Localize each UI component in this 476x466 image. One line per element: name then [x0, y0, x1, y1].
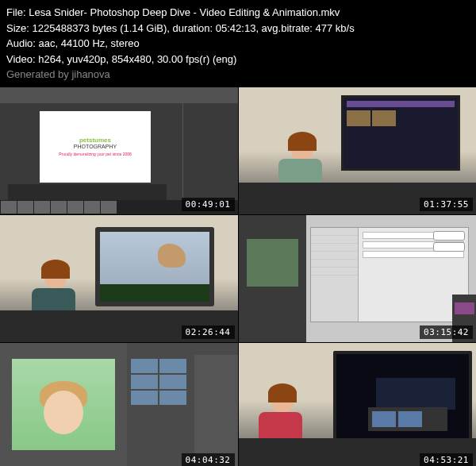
- strip-frame: [398, 411, 422, 427]
- timestamp-badge: 03:15:42: [420, 325, 473, 339]
- video-value: h264, yuv420p, 854x480, 30.00 fps(r) (en…: [38, 53, 236, 65]
- style-option: [311, 244, 358, 252]
- frame-thumb: [101, 201, 117, 214]
- presentation-screen: [341, 95, 460, 171]
- strip-frame: [372, 411, 396, 427]
- thumbnail-grid: petstumes PHOTOGRAPHY Proudly demoralizi…: [0, 87, 476, 467]
- size-value: 1225488373 bytes (1.14 GiB), duration: 0…: [33, 22, 355, 34]
- frame-thumb: [34, 201, 50, 214]
- thumbnail-1: petstumes PHOTOGRAPHY Proudly demoralizi…: [0, 87, 238, 214]
- bird-subject: [158, 244, 186, 268]
- frame-thumb: [17, 201, 33, 214]
- thumbnail-6: 04:53:21: [239, 343, 477, 467]
- thumbnail-content: [239, 215, 477, 342]
- frame-thumb: [67, 201, 83, 214]
- film-strip: [368, 407, 447, 431]
- timestamp-badge: 04:04:32: [182, 453, 235, 467]
- asset-thumb: [159, 375, 186, 389]
- style-option: [311, 268, 358, 275]
- editor-timeline: [100, 284, 209, 302]
- presenter-body: [259, 412, 302, 440]
- timestamp-badge: 00:49:01: [182, 198, 235, 211]
- thumbnail-content: petstumes PHOTOGRAPHY Proudly demoralizi…: [0, 87, 238, 214]
- size-label: Size:: [6, 22, 29, 34]
- style-option: [311, 236, 358, 244]
- presenter-hair: [268, 383, 297, 402]
- monitor: [95, 227, 214, 306]
- thumbnail-content: [0, 343, 238, 467]
- subject-face: [44, 391, 83, 434]
- style-option: [311, 252, 358, 260]
- asset-thumb: [159, 359, 186, 373]
- timestamp-badge: 02:26:44: [182, 325, 235, 339]
- preview-thumb: [372, 110, 396, 126]
- video-label: Video:: [6, 53, 36, 65]
- ok-button: [433, 231, 465, 241]
- asset-thumb: [131, 375, 158, 389]
- asset-thumb: [131, 391, 158, 405]
- thumbnail-content: [239, 87, 477, 214]
- layer-style-dialog: [310, 227, 469, 322]
- ps-timeline: [8, 184, 167, 200]
- collage-preview: [247, 239, 298, 287]
- ps-canvas: petstumes PHOTOGRAPHY Proudly demoralizi…: [40, 111, 151, 183]
- presenter-hair: [41, 260, 70, 279]
- style-option: [311, 228, 358, 236]
- video-canvas: [100, 232, 209, 284]
- brand-logo: petstumes: [79, 137, 111, 144]
- file-browser: [376, 378, 455, 410]
- file-label: File:: [6, 6, 26, 18]
- header-bar: [347, 101, 455, 107]
- asset-thumb: [159, 391, 186, 405]
- thumbnail-content: [239, 343, 477, 467]
- brand-tagline: Proudly demoralizing your pet since 2008: [59, 152, 132, 156]
- thumbnail-content: [0, 215, 238, 342]
- presenter: [259, 387, 306, 446]
- frame-thumb: [51, 201, 67, 214]
- frame-thumb: [1, 201, 17, 214]
- audio-value: aac, 44100 Hz, stereo: [39, 37, 140, 49]
- bridge-panel: [127, 343, 238, 467]
- thumbnail-2: 01:37:55: [239, 87, 477, 214]
- style-option: [311, 260, 358, 268]
- audio-label: Audio:: [6, 37, 36, 49]
- thumbnail-5: 04:04:32: [0, 343, 238, 467]
- bridge-side-panel: [194, 355, 238, 466]
- main-canvas: [12, 359, 115, 450]
- ps-panels: [182, 103, 238, 198]
- asset-thumb: [131, 359, 158, 373]
- dialog-sidebar: [311, 228, 359, 322]
- frame-thumb: [84, 201, 100, 214]
- bridge-thumbnails: [131, 359, 186, 405]
- timeline-clip: [455, 302, 474, 314]
- thumbnail-3: 02:26:44: [0, 215, 238, 342]
- preview-thumb: [347, 110, 370, 126]
- presenter-hair: [288, 132, 317, 151]
- file-value: Lesa Snider- Photoshop Deep Dive - Video…: [29, 6, 340, 18]
- file-info-line: File: Lesa Snider- Photoshop Deep Dive -…: [6, 5, 470, 21]
- dialog-buttons: [433, 231, 465, 253]
- timestamp-badge: 04:53:21: [420, 453, 473, 467]
- media-info-panel: File: Lesa Snider- Photoshop Deep Dive -…: [0, 0, 476, 87]
- generated-by: Generated by jihanova: [6, 67, 470, 83]
- monitor: [333, 351, 472, 446]
- cancel-button: [433, 242, 465, 252]
- video-info-line: Video: h264, yuv420p, 854x480, 30.00 fps…: [6, 52, 470, 67]
- content-row: [347, 110, 455, 126]
- left-editor-panel: [239, 215, 306, 342]
- timestamp-badge: 01:37:55: [420, 198, 473, 211]
- brand-subtitle: PHOTOGRAPHY: [74, 144, 117, 149]
- screen-content: [344, 98, 458, 129]
- size-info-line: Size: 1225488373 bytes (1.14 GiB), durat…: [6, 21, 470, 37]
- audio-info-line: Audio: aac, 44100 Hz, stereo: [6, 36, 470, 52]
- thumbnail-4: 03:15:42: [239, 215, 477, 342]
